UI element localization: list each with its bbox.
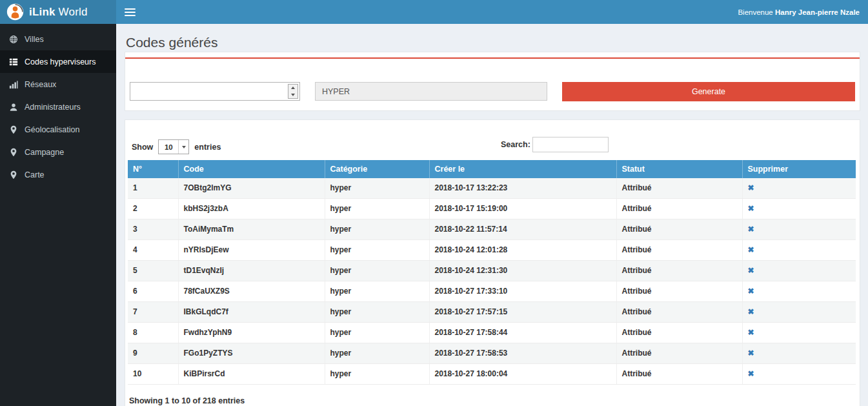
column-header-n[interactable]: N° bbox=[128, 160, 178, 178]
table-row: 10 KiBPirsrCd hyper 2018-10-27 18:00:04 … bbox=[128, 364, 856, 385]
spinner-down-icon[interactable] bbox=[288, 92, 298, 99]
sidebar-item-campagne[interactable]: Campagne bbox=[0, 141, 116, 163]
cell-code: kbHS2j3zbA bbox=[178, 199, 325, 219]
cell-delete: ✖ bbox=[742, 364, 856, 385]
cell-number: 9 bbox=[128, 343, 178, 364]
table-body: 1 7OBtg2lmYG hyper 2018-10-17 13:22:23 A… bbox=[128, 178, 856, 385]
top-bar: iLink World Bienvenue Hanry Jean-pierre … bbox=[0, 0, 868, 24]
cell-category: hyper bbox=[325, 199, 429, 219]
column-header-creer-le[interactable]: Créer le bbox=[429, 160, 616, 178]
app-logo-icon bbox=[6, 3, 24, 21]
delete-icon[interactable]: ✖ bbox=[748, 369, 754, 378]
cell-number: 4 bbox=[128, 240, 178, 261]
cell-delete: ✖ bbox=[742, 323, 856, 343]
table-row: 3 ToAiMymaTm hyper 2018-10-22 11:57:14 A… bbox=[128, 219, 856, 240]
category-input bbox=[315, 82, 547, 101]
column-header-code[interactable]: Code bbox=[178, 160, 325, 178]
cell-code: ToAiMymaTm bbox=[178, 219, 325, 240]
cell-created: 2018-10-24 12:01:28 bbox=[429, 240, 616, 261]
cell-category: hyper bbox=[325, 364, 429, 385]
sidebar-toggle-icon[interactable] bbox=[125, 8, 136, 16]
page-length-control: Show 10 entries bbox=[132, 139, 854, 154]
table-row: 1 7OBtg2lmYG hyper 2018-10-17 13:22:23 A… bbox=[128, 178, 856, 199]
search-input[interactable] bbox=[532, 137, 609, 152]
code-count-field[interactable] bbox=[130, 83, 299, 100]
cell-delete: ✖ bbox=[742, 219, 856, 240]
cell-status: Attribué bbox=[616, 343, 742, 364]
column-header-statut[interactable]: Statut bbox=[616, 160, 742, 178]
page-title: Codes générés bbox=[126, 35, 859, 50]
column-header-categorie[interactable]: Catégorie bbox=[325, 160, 429, 178]
cell-status: Attribué bbox=[616, 178, 742, 199]
table-row: 5 tD1EvqNzIj hyper 2018-10-24 12:31:30 A… bbox=[128, 261, 856, 281]
main-content: Codes générés Generate Show bbox=[116, 24, 868, 406]
cell-number: 8 bbox=[128, 323, 178, 343]
globe-icon bbox=[9, 35, 18, 44]
user-name: Hanry Jean-pierre Nzale bbox=[775, 8, 860, 16]
cell-created: 2018-10-17 15:19:00 bbox=[429, 199, 616, 219]
cell-number: 6 bbox=[128, 281, 178, 302]
table-row: 4 nYRlsDjEew hyper 2018-10-24 12:01:28 A… bbox=[128, 240, 856, 261]
generate-button[interactable]: Generate bbox=[562, 82, 855, 101]
table-row: 2 kbHS2j3zbA hyper 2018-10-17 15:19:00 A… bbox=[128, 199, 856, 219]
cell-status: Attribué bbox=[616, 219, 742, 240]
user-welcome[interactable]: Bienvenue Hanry Jean-pierre Nzale bbox=[738, 8, 860, 16]
sidebar-menu: Villes Codes hyperviseurs Réseaux Admini… bbox=[0, 28, 116, 186]
code-count-input[interactable] bbox=[130, 82, 300, 101]
column-header-supprimer[interactable]: Supprimer bbox=[742, 160, 856, 178]
user-icon bbox=[9, 103, 18, 112]
page-length-select[interactable]: 10 bbox=[158, 139, 189, 154]
cell-code: KiBPirsrCd bbox=[178, 364, 325, 385]
codes-table-panel: Show 10 entries Search: bbox=[125, 119, 860, 406]
delete-icon[interactable]: ✖ bbox=[748, 225, 754, 234]
delete-icon[interactable]: ✖ bbox=[748, 349, 754, 358]
cell-delete: ✖ bbox=[742, 261, 856, 281]
delete-icon[interactable]: ✖ bbox=[748, 307, 754, 316]
map-pin-icon bbox=[9, 125, 18, 134]
cell-code: FwdhzYphN9 bbox=[178, 323, 325, 343]
sidebar-item-villes[interactable]: Villes bbox=[0, 28, 116, 50]
table-controls: Show 10 entries Search: bbox=[128, 120, 856, 160]
cell-category: hyper bbox=[325, 343, 429, 364]
table-row: 8 FwdhzYphN9 hyper 2018-10-27 17:58:44 A… bbox=[128, 323, 856, 343]
sidebar-item-reseaux[interactable]: Réseaux bbox=[0, 73, 116, 96]
delete-icon[interactable]: ✖ bbox=[748, 204, 754, 213]
delete-icon[interactable]: ✖ bbox=[748, 287, 754, 296]
cell-category: hyper bbox=[325, 261, 429, 281]
table-header-row: N°CodeCatégorieCréer leStatutSupprimer bbox=[128, 160, 856, 178]
cell-category: hyper bbox=[325, 178, 429, 199]
cell-code: FGo1PyZTYS bbox=[178, 343, 325, 364]
cell-delete: ✖ bbox=[742, 178, 856, 199]
entries-label: entries bbox=[194, 143, 221, 152]
list-icon bbox=[9, 57, 18, 66]
cell-code: IBkGLqdC7f bbox=[178, 302, 325, 323]
table-row: 7 IBkGLqdC7f hyper 2018-10-27 17:57:15 A… bbox=[128, 302, 856, 323]
sidebar-item-geolocalisation[interactable]: Géolocalisation bbox=[0, 118, 116, 141]
map-pin-icon bbox=[9, 148, 18, 157]
cell-number: 2 bbox=[128, 199, 178, 219]
table-footer: Showing 1 to 10 of 218 entries Previous1… bbox=[128, 385, 856, 406]
cell-code: 7OBtg2lmYG bbox=[178, 178, 325, 199]
map-pin-icon bbox=[9, 170, 18, 179]
entries-info: Showing 1 to 10 of 218 entries bbox=[129, 396, 245, 405]
page-length-value: 10 bbox=[159, 143, 178, 151]
cell-created: 2018-10-22 11:57:14 bbox=[429, 219, 616, 240]
cell-status: Attribué bbox=[616, 281, 742, 302]
delete-icon[interactable]: ✖ bbox=[748, 328, 754, 337]
brand-text: iLink World bbox=[29, 6, 88, 19]
sidebar-item-administrateurs[interactable]: Administrateurs bbox=[0, 96, 116, 118]
sidebar-item-codes-hyperviseurs[interactable]: Codes hyperviseurs bbox=[0, 50, 116, 73]
sidebar-item-carte[interactable]: Carte bbox=[0, 163, 116, 186]
delete-icon[interactable]: ✖ bbox=[748, 266, 754, 275]
cell-status: Attribué bbox=[616, 364, 742, 385]
cell-created: 2018-10-27 17:33:10 bbox=[429, 281, 616, 302]
cell-created: 2018-10-27 17:57:15 bbox=[429, 302, 616, 323]
cell-status: Attribué bbox=[616, 240, 742, 261]
spinner-up-icon[interactable] bbox=[288, 85, 298, 92]
brand-logo[interactable]: iLink World bbox=[0, 0, 116, 24]
cell-category: hyper bbox=[325, 219, 429, 240]
cell-created: 2018-10-27 17:58:44 bbox=[429, 323, 616, 343]
cell-category: hyper bbox=[325, 323, 429, 343]
delete-icon[interactable]: ✖ bbox=[748, 245, 754, 254]
delete-icon[interactable]: ✖ bbox=[748, 183, 754, 192]
